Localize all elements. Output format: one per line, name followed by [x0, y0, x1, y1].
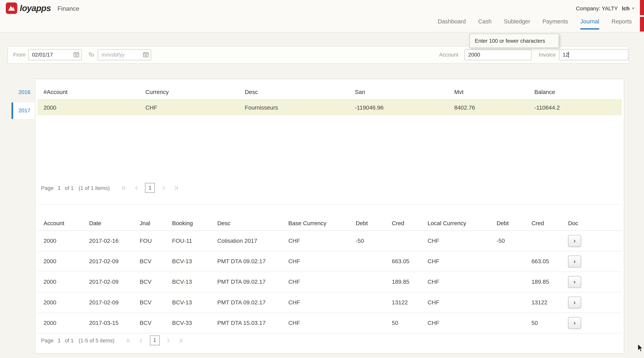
- detail-table: AccountDateJnalBookingDescBase CurrencyD…: [37, 213, 622, 334]
- year-tab-2017[interactable]: 2017: [12, 103, 35, 119]
- last-page-icon[interactable]: [172, 184, 180, 191]
- cell-debt-base: [350, 293, 386, 313]
- cell-cred-base: 189.85: [386, 272, 422, 292]
- detail-header-cell: Debt: [490, 213, 525, 230]
- nav-subledger[interactable]: Subledger: [504, 18, 530, 30]
- cell-local-currency: CHF: [422, 231, 490, 251]
- from-input-wrap: [28, 49, 82, 60]
- calendar-icon[interactable]: [143, 52, 148, 59]
- detail-row[interactable]: 2000 2017-02-16 FOU FOU-11 Cotisation 20…: [37, 231, 622, 251]
- cell-desc: PMT DTA 09.02.17: [211, 251, 282, 271]
- cell-booking: BCV-33: [166, 313, 211, 333]
- summary-row[interactable]: 2000 CHF Fournisseurs -119046.96 8402.76…: [37, 100, 622, 115]
- journal-panel: #AccountCurrencyDescSanMvtBalance 2000 C…: [35, 79, 624, 354]
- page-word: Page: [41, 185, 54, 191]
- prev-page-icon[interactable]: [138, 337, 145, 344]
- cell-account: 2000: [37, 272, 83, 292]
- to-input-wrap: [98, 49, 151, 60]
- page-word: Page: [41, 337, 54, 344]
- first-page-icon[interactable]: [125, 337, 132, 344]
- nav-cash[interactable]: Cash: [478, 18, 492, 30]
- cell-debt-local: [490, 313, 525, 333]
- nav-dashboard[interactable]: Dashboard: [438, 18, 466, 30]
- page-number: 1: [58, 185, 60, 191]
- summary-header-cell: Mvt: [448, 84, 528, 99]
- account-label: Account: [439, 46, 458, 63]
- detail-row[interactable]: 2000 2017-02-09 BCV BCV-13 PMT DTA 09.02…: [37, 272, 622, 293]
- cell-debt-base: [350, 272, 386, 292]
- open-doc-button[interactable]: ›: [568, 317, 581, 329]
- cell-local-currency: CHF: [422, 313, 490, 333]
- detail-row[interactable]: 2000 2017-03-15 BCV BCV-33 PMT DTA 15.03…: [37, 313, 622, 334]
- cell-local-currency: CHF: [422, 251, 490, 271]
- scrollbar-thumb-red[interactable]: [640, 0, 644, 15]
- cell-jnal: BCV: [134, 313, 166, 333]
- cell-doc: ›: [562, 313, 622, 333]
- brand: loyapps Finance: [0, 0, 79, 16]
- cell-debt-local: [490, 272, 525, 292]
- page-of: of 1: [65, 337, 74, 344]
- open-doc-button[interactable]: ›: [568, 297, 581, 309]
- cell-cred-local: 663.05: [525, 251, 562, 271]
- cell-cred-base: 663.05: [386, 251, 422, 271]
- next-page-icon[interactable]: [164, 337, 172, 344]
- cell-jnal: BCV: [134, 251, 166, 271]
- cell-date: 2017-03-15: [83, 313, 134, 333]
- summary-pager: Page 1 of 1 (1 of 1 items) 1: [41, 182, 184, 194]
- nav-payments[interactable]: Payments: [542, 18, 568, 30]
- cell-cred-local: 13122: [525, 293, 562, 313]
- last-page-icon[interactable]: [177, 337, 184, 344]
- cell-cred-local: 189.85: [525, 272, 562, 292]
- cell-account: 2000: [37, 231, 83, 251]
- invoice-input[interactable]: [559, 49, 628, 60]
- cell-jnal: BCV: [134, 293, 166, 313]
- nav-reports[interactable]: Reports: [612, 18, 632, 30]
- cell-base-currency: CHF: [282, 313, 350, 333]
- open-doc-button[interactable]: ›: [568, 255, 581, 267]
- calendar-icon[interactable]: [74, 52, 79, 59]
- detail-header-cell: Cred: [525, 213, 562, 230]
- cell-debt-base: [350, 251, 386, 271]
- cell-doc: ›: [562, 293, 622, 313]
- cell-cred-base: [386, 231, 422, 251]
- year-tabs: 2016 2017: [12, 84, 35, 119]
- detail-row[interactable]: 2000 2017-02-09 BCV BCV-13 PMT DTA 09.02…: [37, 293, 622, 313]
- cell-desc: PMT DTA 15.03.17: [211, 313, 282, 333]
- cell-booking: BCV-13: [166, 251, 211, 271]
- cell-base-currency: CHF: [282, 231, 350, 251]
- from-label: From: [13, 46, 26, 63]
- next-page-icon[interactable]: [160, 184, 167, 191]
- account-input[interactable]: [464, 49, 532, 60]
- prev-page-icon[interactable]: [133, 184, 140, 191]
- cell-cred-local: 50: [525, 313, 562, 333]
- year-tab-2016[interactable]: 2016: [12, 84, 35, 100]
- to-label: To: [88, 46, 94, 63]
- invoice-label: Invoice: [539, 46, 556, 63]
- account-input-wrap: [464, 49, 532, 60]
- cell-doc: ›: [562, 251, 622, 271]
- detail-header-cell: Base Currency: [282, 213, 350, 230]
- summary-header-cell: #Account: [37, 84, 139, 99]
- page-of: of 1: [65, 185, 74, 191]
- main-nav: Dashboard Cash Subledger Payments Journa…: [438, 18, 632, 30]
- company-label: Company: YALTY: [576, 5, 618, 11]
- detail-row[interactable]: 2000 2017-02-09 BCV BCV-13 PMT DTA 09.02…: [37, 251, 622, 272]
- nav-journal[interactable]: Journal: [580, 18, 599, 30]
- cell-doc: ›: [562, 231, 622, 251]
- cell-desc: PMT DTA 09.02.17: [211, 293, 282, 313]
- loyapps-logo-icon: [6, 2, 17, 14]
- cell-jnal: BCV: [134, 272, 166, 292]
- first-page-icon[interactable]: [120, 184, 128, 191]
- logo-wordmark: loyapps: [20, 3, 51, 13]
- account-menu[interactable]: Company: YALTY lch ▾: [576, 0, 634, 16]
- scrollbar-thumb-red-2[interactable]: [640, 17, 644, 32]
- page-1-button[interactable]: 1: [150, 336, 160, 345]
- cell-cred-local: [525, 231, 562, 251]
- detail-header-row: AccountDateJnalBookingDescBase CurrencyD…: [37, 213, 622, 231]
- open-doc-button[interactable]: ›: [568, 235, 581, 247]
- cell-booking: BCV-13: [166, 272, 211, 292]
- cell-date: 2017-02-09: [83, 293, 134, 313]
- cell-date: 2017-02-09: [83, 272, 134, 292]
- page-1-button[interactable]: 1: [145, 183, 155, 193]
- open-doc-button[interactable]: ›: [568, 276, 581, 288]
